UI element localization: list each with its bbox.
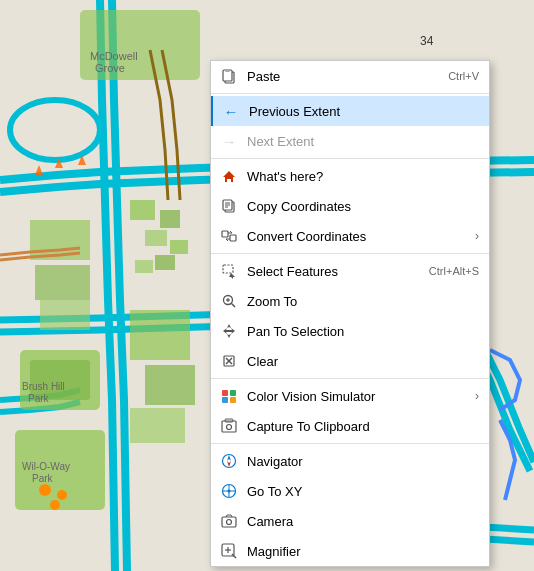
next-extent-label: Next Extent: [247, 134, 479, 149]
forward-arrow-icon: →: [219, 131, 239, 151]
svg-text:McDowell: McDowell: [90, 50, 138, 62]
svg-point-64: [228, 490, 231, 493]
svg-rect-15: [130, 310, 190, 360]
menu-item-convert-coordinates[interactable]: Convert Coordinates ›: [211, 221, 489, 251]
svg-rect-41: [223, 265, 233, 273]
svg-rect-14: [40, 300, 90, 330]
svg-rect-40: [230, 235, 236, 241]
svg-rect-54: [230, 397, 236, 403]
paste-label: Paste: [247, 69, 438, 84]
svg-rect-8: [145, 230, 167, 246]
capture-clipboard-label: Capture To Clipboard: [247, 419, 479, 434]
menu-item-go-to-xy[interactable]: Go To XY: [211, 476, 489, 506]
menu-item-pan-to-selection[interactable]: Pan To Selection: [211, 316, 489, 346]
goto-xy-label: Go To XY: [247, 484, 479, 499]
whats-here-label: What's here?: [247, 169, 479, 184]
separator-1: [211, 93, 489, 94]
vision-icon: [219, 386, 239, 406]
paste-shortcut: Ctrl+V: [448, 70, 479, 82]
svg-text:Brush Hill: Brush Hill: [22, 381, 65, 392]
svg-line-44: [232, 304, 236, 308]
svg-rect-55: [222, 421, 236, 432]
svg-rect-65: [222, 517, 236, 527]
goto-icon: [219, 481, 239, 501]
menu-item-color-vision[interactable]: Color Vision Simulator ›: [211, 381, 489, 411]
zoom-to-label: Zoom To: [247, 294, 479, 309]
menu-item-capture-clipboard[interactable]: Capture To Clipboard: [211, 411, 489, 441]
menu-item-clear[interactable]: Clear: [211, 346, 489, 376]
svg-point-25: [39, 484, 51, 496]
menu-item-whats-here[interactable]: What's here?: [211, 161, 489, 191]
separator-4: [211, 378, 489, 379]
back-arrow-icon: ←: [221, 101, 241, 121]
convert-arrow: ›: [475, 229, 479, 243]
svg-text:Park: Park: [32, 473, 54, 484]
menu-item-select-features[interactable]: Select Features Ctrl+Alt+S: [211, 256, 489, 286]
color-vision-arrow: ›: [475, 389, 479, 403]
copy-coords-icon: [219, 196, 239, 216]
capture-icon: [219, 416, 239, 436]
svg-rect-7: [160, 210, 180, 228]
select-features-label: Select Features: [247, 264, 419, 279]
convert-coordinates-label: Convert Coordinates: [247, 229, 470, 244]
magnifier-icon: [219, 541, 239, 561]
clear-label: Clear: [247, 354, 479, 369]
color-vision-label: Color Vision Simulator: [247, 389, 470, 404]
context-menu: Paste Ctrl+V ← Previous Extent → Next Ex…: [210, 60, 490, 567]
svg-rect-51: [222, 390, 228, 396]
svg-rect-16: [145, 365, 195, 405]
menu-item-copy-coordinates[interactable]: Copy Coordinates: [211, 191, 489, 221]
camera-label: Camera: [247, 514, 479, 529]
svg-rect-11: [135, 260, 153, 273]
menu-item-paste[interactable]: Paste Ctrl+V: [211, 61, 489, 91]
paste-icon: [219, 66, 239, 86]
menu-item-zoom-to[interactable]: Zoom To: [211, 286, 489, 316]
convert-icon: [219, 226, 239, 246]
svg-point-57: [227, 425, 232, 430]
svg-text:Grove: Grove: [95, 62, 125, 74]
svg-rect-9: [170, 240, 188, 254]
svg-rect-10: [155, 255, 175, 270]
svg-marker-42: [229, 273, 235, 279]
svg-rect-52: [230, 390, 236, 396]
house-icon: [219, 166, 239, 186]
svg-rect-13: [35, 265, 90, 300]
separator-3: [211, 253, 489, 254]
pan-icon: [219, 321, 239, 341]
svg-rect-53: [222, 397, 228, 403]
svg-marker-47: [223, 324, 235, 338]
pan-to-selection-label: Pan To Selection: [247, 324, 479, 339]
previous-extent-label: Previous Extent: [249, 104, 479, 119]
magnifier-label: Magnifier: [247, 544, 479, 559]
svg-marker-59: [227, 455, 231, 461]
camera-icon: [219, 511, 239, 531]
svg-text:Park: Park: [28, 393, 50, 404]
svg-point-26: [57, 490, 67, 500]
separator-2: [211, 158, 489, 159]
svg-rect-33: [225, 69, 230, 72]
svg-text:34: 34: [420, 34, 434, 48]
svg-rect-17: [130, 408, 185, 443]
navigator-label: Navigator: [247, 454, 479, 469]
menu-item-previous-extent[interactable]: ← Previous Extent: [211, 96, 489, 126]
menu-item-next-extent: → Next Extent: [211, 126, 489, 156]
separator-5: [211, 443, 489, 444]
select-shortcut: Ctrl+Alt+S: [429, 265, 479, 277]
zoom-icon: [219, 291, 239, 311]
svg-text:Wil-O-Way: Wil-O-Way: [22, 461, 70, 472]
svg-rect-39: [222, 231, 228, 237]
copy-coordinates-label: Copy Coordinates: [247, 199, 479, 214]
menu-item-magnifier[interactable]: Magnifier: [211, 536, 489, 566]
svg-rect-6: [130, 200, 155, 220]
select-icon: [219, 261, 239, 281]
svg-marker-60: [227, 461, 231, 467]
menu-item-camera[interactable]: Camera: [211, 506, 489, 536]
menu-item-navigator[interactable]: Navigator: [211, 446, 489, 476]
svg-point-66: [227, 520, 232, 525]
svg-point-27: [50, 500, 60, 510]
navigator-icon: [219, 451, 239, 471]
clear-icon: [219, 351, 239, 371]
